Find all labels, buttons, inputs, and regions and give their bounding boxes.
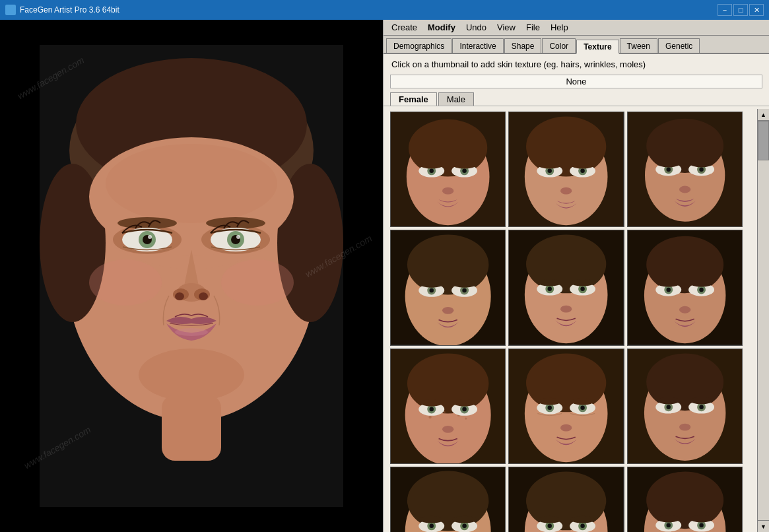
- thumbnail-1[interactable]: [390, 112, 506, 227]
- svg-point-142: [690, 397, 713, 404]
- thumbnail-6[interactable]: [627, 230, 743, 345]
- svg-point-81: [526, 235, 606, 294]
- right-panel: Create Modify Undo View File Help Demogr…: [383, 20, 769, 532]
- thumbnail-grid-container[interactable]: [384, 109, 757, 532]
- svg-point-54: [560, 187, 572, 195]
- svg-point-152: [462, 524, 466, 528]
- svg-point-122: [526, 353, 606, 412]
- svg-point-143: [679, 423, 690, 430]
- svg-point-116: [462, 407, 466, 411]
- thumbnail-9[interactable]: [627, 349, 743, 464]
- thumbnail-11[interactable]: [508, 467, 624, 532]
- svg-point-41: [453, 162, 476, 169]
- svg-point-40: [420, 162, 443, 169]
- thumbnail-grid: [390, 112, 743, 532]
- svg-point-106: [428, 415, 431, 418]
- svg-point-158: [526, 471, 606, 530]
- app-title: FaceGen Artist Pro 3.6 64bit: [20, 5, 119, 15]
- svg-point-130: [572, 397, 595, 405]
- window-controls: − □ ✕: [718, 4, 764, 16]
- thumbnail-7[interactable]: [390, 349, 506, 464]
- svg-point-53: [572, 162, 595, 169]
- svg-point-100: [657, 280, 680, 287]
- svg-point-48: [548, 169, 552, 173]
- svg-point-128: [581, 405, 585, 409]
- svg-point-77: [452, 281, 477, 288]
- svg-point-101: [690, 280, 713, 287]
- svg-point-25: [199, 292, 208, 300]
- scroll-thumb[interactable]: [758, 121, 769, 160]
- svg-point-165: [538, 516, 562, 523]
- thumbnail-2[interactable]: [508, 112, 624, 227]
- svg-point-131: [560, 424, 572, 431]
- svg-point-177: [657, 515, 680, 523]
- menu-undo[interactable]: Undo: [461, 20, 492, 35]
- gender-tab-male[interactable]: Male: [438, 92, 474, 106]
- tab-demographics[interactable]: Demographics: [386, 38, 451, 53]
- tab-color[interactable]: Color: [542, 38, 576, 53]
- svg-point-129: [539, 397, 562, 405]
- svg-point-140: [699, 405, 703, 409]
- svg-point-63: [699, 167, 703, 171]
- svg-point-119: [442, 426, 453, 433]
- scrollbar: ▲ ▼: [757, 109, 769, 532]
- svg-point-20: [236, 235, 240, 239]
- menu-file[interactable]: File: [521, 20, 545, 35]
- close-button[interactable]: ✕: [749, 4, 764, 16]
- svg-point-154: [452, 516, 477, 523]
- thumbnail-8[interactable]: [508, 349, 624, 464]
- gender-tab-female[interactable]: Female: [390, 92, 437, 106]
- scroll-down-button[interactable]: ▼: [758, 520, 769, 532]
- menu-view[interactable]: View: [492, 20, 521, 35]
- main-content: www.facegen.com www.facegen.com www.face…: [0, 20, 769, 532]
- svg-point-66: [679, 186, 690, 193]
- svg-rect-30: [162, 395, 221, 461]
- svg-point-134: [646, 353, 723, 411]
- scroll-up-button[interactable]: ▲: [758, 109, 769, 121]
- instruction-text: Click on a thumbnail to add skin texture…: [384, 54, 769, 75]
- svg-point-42: [442, 187, 453, 195]
- menu-modify[interactable]: Modify: [422, 20, 461, 35]
- thumbnail-4[interactable]: [390, 230, 506, 345]
- tab-tween[interactable]: Tween: [620, 38, 657, 53]
- thumbnail-10[interactable]: [390, 467, 506, 532]
- svg-point-90: [560, 306, 572, 313]
- svg-point-153: [419, 516, 444, 523]
- tab-shape[interactable]: Shape: [504, 38, 542, 53]
- svg-point-45: [526, 116, 606, 176]
- face-render: [40, 45, 343, 507]
- svg-point-137: [666, 405, 670, 409]
- tab-genetic[interactable]: Genetic: [658, 38, 700, 53]
- svg-point-60: [666, 167, 670, 171]
- svg-point-170: [646, 471, 723, 529]
- svg-point-84: [548, 287, 552, 291]
- svg-point-52: [539, 162, 562, 169]
- svg-point-99: [699, 288, 703, 292]
- svg-point-164: [581, 524, 585, 528]
- svg-point-69: [407, 235, 488, 295]
- svg-point-113: [429, 407, 433, 411]
- svg-point-27: [221, 259, 294, 306]
- tab-texture[interactable]: Texture: [576, 40, 619, 54]
- svg-point-141: [657, 397, 680, 404]
- svg-point-65: [690, 160, 713, 168]
- svg-point-36: [429, 169, 433, 173]
- svg-point-166: [570, 516, 595, 523]
- svg-point-39: [462, 169, 466, 173]
- thumbnail-12[interactable]: [627, 467, 743, 532]
- svg-point-125: [548, 405, 552, 409]
- tab-interactive[interactable]: Interactive: [452, 38, 503, 53]
- svg-point-105: [407, 353, 488, 413]
- svg-point-51: [581, 169, 585, 173]
- maximize-button[interactable]: □: [733, 4, 748, 16]
- svg-point-24: [175, 292, 184, 300]
- svg-point-28: [175, 328, 208, 336]
- menu-create[interactable]: Create: [386, 20, 422, 35]
- svg-point-87: [581, 287, 585, 291]
- svg-point-29: [139, 349, 244, 401]
- menu-help[interactable]: Help: [545, 20, 574, 35]
- none-bar: None: [390, 75, 762, 88]
- thumbnail-5[interactable]: [508, 230, 624, 345]
- minimize-button[interactable]: −: [718, 4, 732, 16]
- thumbnail-3[interactable]: [627, 112, 743, 227]
